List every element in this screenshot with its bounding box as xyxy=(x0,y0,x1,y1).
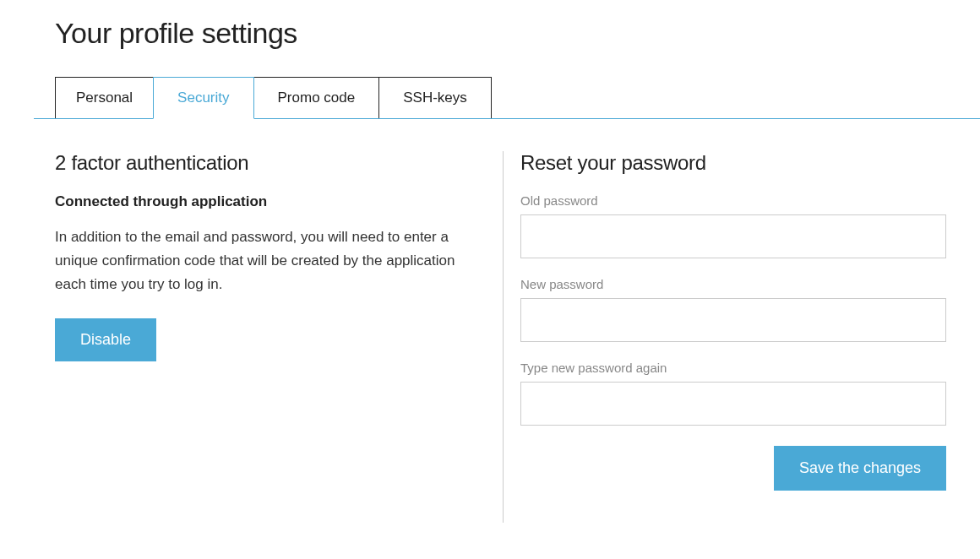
tab-security[interactable]: Security xyxy=(153,77,253,119)
reset-password-title: Reset your password xyxy=(520,151,946,175)
save-changes-button[interactable]: Save the changes xyxy=(774,446,946,491)
old-password-input[interactable] xyxy=(520,214,946,258)
two-factor-section: 2 factor authentication Connected throug… xyxy=(55,151,503,523)
new-password-label: New password xyxy=(520,277,946,291)
disable-button[interactable]: Disable xyxy=(55,318,156,361)
confirm-password-label: Type new password again xyxy=(520,361,946,375)
confirm-password-input[interactable] xyxy=(520,382,946,426)
two-factor-title: 2 factor authentication xyxy=(55,151,477,175)
page-title: Your profile settings xyxy=(55,17,946,50)
tab-promo-code[interactable]: Promo code xyxy=(253,77,380,118)
tab-ssh-keys[interactable]: SSH-keys xyxy=(378,77,492,118)
reset-password-section: Reset your password Old password New pas… xyxy=(504,151,946,523)
tabs-nav: Personal Security Promo code SSH-keys xyxy=(34,77,980,119)
two-factor-status: Connected through application xyxy=(55,193,477,210)
old-password-label: Old password xyxy=(520,193,946,208)
tab-personal[interactable]: Personal xyxy=(55,77,154,118)
new-password-input[interactable] xyxy=(520,298,946,342)
two-factor-description: In addition to the email and password, y… xyxy=(55,225,469,296)
